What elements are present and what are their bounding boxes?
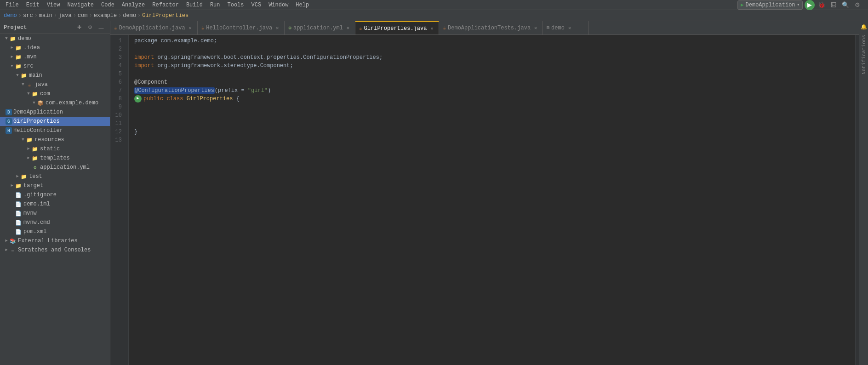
tree-item-application_yml[interactable]: ⚙application.yml (0, 163, 110, 172)
tab-hellocontroller-icon: ☕ (201, 25, 205, 31)
breadcrumb-src[interactable]: src (23, 12, 33, 19)
tree-item-static[interactable]: ►📁static (0, 144, 110, 154)
tree-label-ext_libs: External Libraries (18, 238, 78, 244)
breadcrumb-girlproperties[interactable]: GirlProperties (142, 12, 188, 19)
code-line-1: package com.example.demo; (134, 37, 855, 45)
tree-arrow-resources: ▼ (20, 137, 26, 142)
tab-demoapplication-close[interactable]: ✕ (187, 25, 194, 31)
sidebar-minimize-button[interactable]: — (96, 23, 106, 33)
sidebar-settings-button[interactable]: ⚙ (85, 23, 95, 33)
tree-item-HelloController[interactable]: HHelloController (0, 126, 110, 135)
tree-item-GirlProperties[interactable]: GGirlProperties (0, 117, 110, 126)
run-button[interactable]: ▶ (805, 0, 815, 10)
menu-run[interactable]: Run (206, 1, 224, 9)
tab-demo[interactable]: m demo ✕ (543, 21, 589, 35)
tree-item-pom_xml[interactable]: 📄pom.xml (0, 227, 110, 236)
tab-demoapplicationtests-close[interactable]: ✕ (532, 25, 539, 31)
tree-item-src[interactable]: ▼📁src (0, 62, 110, 71)
tab-girlproperties[interactable]: ☕ GirlProperties.java ✕ (355, 21, 439, 35)
tree-label-application_yml: application.yml (40, 164, 90, 171)
breadcrumb-demo2[interactable]: demo (123, 12, 136, 19)
tab-demo-close[interactable]: ✕ (566, 25, 573, 31)
menu-tools[interactable]: Tools (224, 1, 248, 9)
menu-build[interactable]: Build (183, 1, 206, 9)
tab-demoapplicationtests[interactable]: ☕ DemoApplicationTests.java ✕ (439, 21, 543, 35)
settings-button[interactable]: ⚙ (852, 0, 862, 10)
tree-item-demo_iml[interactable]: 📄demo.iml (0, 200, 110, 209)
tab-applicationyml[interactable]: ⚙ application.yml ✕ (285, 21, 355, 35)
breadcrumb-com[interactable]: com (78, 12, 88, 19)
tree-item-mvnw_cmd[interactable]: 📄mvnw.cmd (0, 218, 110, 227)
code-line-2 (134, 45, 855, 53)
tree-item-main[interactable]: ▼📁main (0, 71, 110, 80)
tree-label-pom_xml: pom.xml (23, 228, 46, 235)
tree-icon-com: 📁 (31, 90, 39, 97)
tree-icon-demo: 📁 (9, 35, 17, 42)
main-content: Project ✚ ⚙ — ▼📁demo►📁.idea►📁.mvn▼📁src▼📁… (0, 21, 868, 365)
menu-file[interactable]: File (2, 1, 23, 9)
tab-demo-icon: m (547, 25, 549, 30)
tree-label-demo: demo (18, 35, 31, 42)
tree-item-DemoApplication[interactable]: DDemoApplication (0, 108, 110, 117)
tree-icon-gitignore: 📄 (15, 191, 22, 199)
tree-item-mvnw[interactable]: 📄mvnw (0, 209, 110, 218)
tab-hellocontroller-close[interactable]: ✕ (274, 25, 280, 31)
tree-item-target[interactable]: ►📁target (0, 181, 110, 190)
tab-demoapplicationtests-label: DemoApplicationTests.java (448, 25, 531, 31)
menu-analyze[interactable]: Analyze (118, 1, 148, 9)
coverage-button[interactable]: ⛾ (828, 0, 839, 10)
breadcrumb-demo[interactable]: demo (4, 12, 17, 19)
right-sidebar-notifications[interactable]: Notifications (861, 32, 867, 77)
tab-hellocontroller[interactable]: ☕ HelloController.java ✕ (198, 21, 285, 35)
menu-navigate[interactable]: Navigate (63, 1, 97, 9)
tab-demoapplication[interactable]: ☕ DemoApplication.java ✕ (110, 21, 198, 35)
tab-hellocontroller-label: HelloController.java (206, 25, 272, 31)
tree-icon-target: 📁 (15, 182, 22, 189)
right-sidebar-btn1[interactable]: 🔔 (860, 23, 868, 30)
tree-icon-GirlProperties: G (6, 118, 12, 125)
tab-applicationyml-close[interactable]: ✕ (345, 25, 351, 31)
menu-view[interactable]: View (43, 1, 64, 9)
tab-demoapplication-icon: ☕ (114, 25, 117, 31)
breadcrumb: demo › src › main › java › com › example… (0, 10, 868, 21)
code-line-4: import org.springframework.stereotype.Co… (134, 62, 855, 70)
tab-girlproperties-icon: ☕ (359, 25, 362, 31)
breadcrumb-main[interactable]: main (39, 12, 52, 19)
menu-refactor[interactable]: Refactor (148, 1, 183, 9)
tree-item-demo[interactable]: ▼📁demo (0, 34, 110, 43)
tree-item-com[interactable]: ▼📁com (0, 89, 110, 98)
menu-window[interactable]: Window (265, 1, 292, 9)
tree-arrow-ext_libs: ► (4, 239, 9, 243)
tree-item-idea[interactable]: ►📁.idea (0, 43, 110, 52)
tree-item-templates[interactable]: ►📁templates (0, 154, 110, 163)
code-line-9 (134, 103, 855, 111)
tree-item-ext_libs[interactable]: ►📚External Libraries (0, 236, 110, 245)
run-gutter-icon[interactable]: ▶ (134, 95, 142, 103)
tree-icon-java: ☕ (26, 81, 33, 88)
search-everywhere-button[interactable]: 🔍 (840, 0, 851, 10)
debug-button[interactable]: 🐞 (817, 0, 827, 10)
tree-item-gitignore[interactable]: 📄.gitignore (0, 190, 110, 200)
sidebar-title: Project (4, 24, 27, 31)
tree-item-resources[interactable]: ▼📁resources (0, 135, 110, 144)
menu-vcs[interactable]: VCS (248, 1, 265, 9)
code-editor[interactable]: package com.example.demo;import org.spri… (129, 35, 855, 365)
tree-item-java[interactable]: ▼☕java (0, 80, 110, 89)
tree-arrow-target: ► (9, 183, 15, 188)
tree-item-example_demo[interactable]: ▼📦com.example.demo (0, 98, 110, 108)
tree-item-test[interactable]: ►📁test (0, 172, 110, 181)
tab-girlproperties-close[interactable]: ✕ (428, 25, 435, 32)
menu-edit[interactable]: Edit (23, 1, 43, 9)
menu-code[interactable]: Code (97, 1, 118, 9)
tree-icon-scratches: ✏ (9, 246, 17, 254)
breadcrumb-example[interactable]: example (94, 12, 117, 19)
menu-help[interactable]: Help (292, 1, 313, 9)
tree-item-mvn[interactable]: ►📁.mvn (0, 52, 110, 62)
tree-arrow-idea: ► (9, 46, 15, 50)
tree-item-scratches[interactable]: ►✏Scratches and Consoles (0, 245, 110, 255)
sidebar-new-button[interactable]: ✚ (74, 23, 84, 33)
breadcrumb-java[interactable]: java (58, 12, 72, 19)
editor-scrollbar[interactable] (855, 35, 859, 365)
code-line-5 (134, 70, 855, 78)
run-config-selector[interactable]: ▶ DemoApplication ▾ (737, 0, 803, 10)
